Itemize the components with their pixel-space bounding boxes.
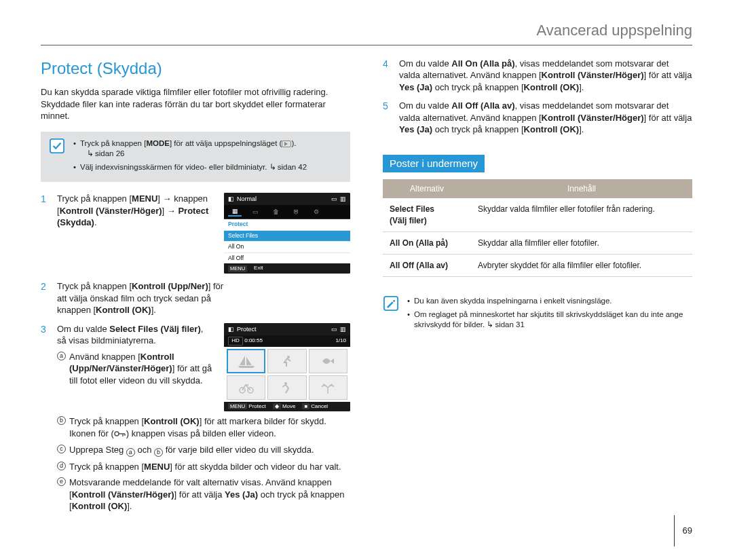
svg-point-4 (284, 382, 287, 385)
step-3-text: Om du valde Select Files (Välj filer), s… (57, 323, 213, 391)
tab-display-icon: ▭ (248, 207, 262, 217)
steps-list: Tryck på knappen [MENU] → knappen [Kontr… (41, 193, 350, 512)
screen-foot: MENU Protect ◆ Move ■ Cancel (224, 402, 350, 412)
pencil-note-icon (383, 296, 399, 311)
page-number: 69 (674, 515, 692, 546)
note-item: Välj indexvisningsskärmen för video- ell… (73, 162, 307, 173)
tab-protect-icon: ⛨ (289, 207, 303, 217)
thumb (267, 375, 306, 400)
screen-topbar: ◧ Protect ▭ ▥ (224, 323, 350, 335)
sd-icon: ◧ (228, 195, 234, 203)
screen-menu-item: All On (224, 241, 350, 252)
inline-marker-b: b (154, 448, 163, 457)
card-icon: ▭ (331, 325, 337, 333)
right-column: Om du valde All On (Alla på), visas medd… (383, 58, 692, 492)
playback-icon (282, 141, 291, 147)
card-icon: ▭ (331, 195, 337, 203)
note-text: Tryck på knappen [MODE] för att välja up… (80, 139, 296, 147)
fish-icon (321, 354, 335, 368)
thumb (267, 349, 306, 373)
screen-foot: MENU Exit (224, 263, 350, 274)
note-box-2: Du kan även skydda inspelningarna i enke… (383, 289, 692, 340)
marker-c: c (57, 445, 66, 453)
table-cell-desc: Avbryter skyddet för alla filmfiler elle… (471, 254, 692, 276)
tab-video-icon: ▦ (228, 207, 242, 217)
battery-icon: ▥ (340, 195, 346, 203)
step-5-text: Om du valde All Off (Alla av), visas med… (399, 100, 692, 136)
table-cell-option: Select Files (Välj filer) (383, 198, 471, 231)
step-4: Om du valde All On (Alla på), visas medd… (383, 58, 692, 94)
table-row: Select Files (Välj filer) Skyddar valda … (383, 198, 692, 231)
table-cell-option: All On (Alla på) (383, 231, 471, 254)
note-box: Tryck på knappen [MODE] för att välja up… (41, 132, 350, 183)
substep-c: c Upprepa Steg a och b för varje bild el… (57, 444, 350, 457)
thumb (309, 375, 347, 400)
substep-b: b Tryck på knappen [Kontroll (OK)] för a… (57, 415, 350, 439)
screen-foot-label: Exit (254, 265, 263, 272)
battery-icon: ▥ (340, 325, 346, 333)
screen-menu: Protect Select Files All On All Off (224, 219, 350, 263)
note-ref: sidan 42 (269, 163, 307, 171)
camera-screen-thumbnails: ◧ Protect ▭ ▥ HD 0:00:55 1/10 (224, 323, 350, 412)
two-column-layout: Protect (Skydda) Du kan skydda sparade v… (41, 58, 692, 492)
camera-screen-menu: ◧ Normal ▭ ▥ ▦ ▭ 🗑 ⛨ ⚙ Prot (224, 193, 350, 274)
table-cell-option: All Off (Alla av) (383, 254, 471, 276)
screen-menu-item: Select Files (224, 230, 350, 241)
step-3-lead: Om du valde Select Files (Välj filer), s… (57, 323, 213, 347)
palm-icon (320, 381, 335, 394)
intro-paragraph: Du kan skydda sparade viktiga filmfiler … (41, 86, 350, 122)
table-row: All On (Alla på) Skyddar alla filmfiler … (383, 231, 692, 254)
step-2: Tryck på knappen [Kontroll (Upp/Ner)] fö… (41, 280, 350, 316)
inline-marker-a: a (126, 448, 135, 457)
section-title: Protect (Skydda) (41, 58, 350, 79)
marker-b: b (57, 416, 66, 425)
screen-thumbs (224, 347, 350, 402)
note-list: Tryck på knappen [MODE] för att välja up… (73, 138, 307, 176)
runner2-icon (280, 381, 294, 394)
screen-tabs: ▦ ▭ 🗑 ⛨ ⚙ (224, 205, 350, 219)
submenu-heading: Poster i undermeny (383, 155, 485, 172)
sailboat-icon (237, 354, 256, 368)
tab-settings-icon: ⚙ (309, 207, 323, 217)
table-head-option: Alternativ (383, 179, 471, 198)
step-3: Om du valde Select Files (Välj filer), s… (41, 323, 350, 512)
sub-steps: a Använd knappen [Kontroll (Upp/Ner/Väns… (57, 351, 213, 387)
note2-list: Du kan även skydda inspelningarna i enke… (407, 296, 692, 333)
screen-menu-head: Protect (224, 219, 350, 229)
header-rule (41, 45, 692, 45)
tab-trash-icon: 🗑 (269, 207, 282, 217)
step-4-text: Om du valde All On (Alla på), visas medd… (399, 58, 692, 94)
marker-d: d (57, 462, 66, 470)
substep-a: a Använd knappen [Kontroll (Upp/Ner/Väns… (57, 351, 213, 387)
step-5: Om du valde All Off (Alla av), visas med… (383, 100, 692, 136)
table-cell-desc: Skyddar alla filmfiler eller fotofiler. (471, 231, 692, 254)
page-header-title: Avancerad uppspelning (41, 20, 692, 41)
step-1: Tryck på knappen [MENU] → knappen [Kontr… (41, 193, 350, 274)
sub-steps-cont: b Tryck på knappen [Kontroll (OK)] för a… (57, 415, 350, 512)
note-ref: sidan 26 (80, 149, 307, 160)
substep-d: d Tryck på knappen [MENU] för att skydda… (57, 461, 350, 473)
key-lock-icon (114, 429, 126, 437)
table-row: All Off (Alla av) Avbryter skyddet för a… (383, 254, 692, 276)
page: Avancerad uppspelning Protect (Skydda) D… (0, 0, 733, 560)
thumb-selected (227, 349, 265, 373)
step-2-text: Tryck på knappen [Kontroll (Upp/Ner)] fö… (57, 280, 230, 316)
note2-ref: sidan 31 (487, 320, 524, 329)
marker-e: e (57, 477, 66, 486)
note-item: Tryck på knappen [MODE] för att välja up… (73, 138, 307, 160)
screen-menu-item: All Off (224, 253, 350, 263)
screen-infobar: HD 0:00:55 1/10 (224, 335, 350, 347)
note2-item: Om reglaget på minneskortet har skjutits… (407, 310, 692, 331)
note-text: Välj indexvisningsskärmen för video- ell… (80, 163, 267, 171)
marker-a: a (57, 352, 66, 360)
table-head-row: Alternativ Innehåll (383, 179, 692, 198)
note2-item: Du kan även skydda inspelningarna i enke… (407, 296, 692, 307)
left-column: Protect (Skydda) Du kan skydda sparade v… (41, 58, 350, 492)
runner-icon (280, 354, 294, 368)
steps-list-right: Om du valde All On (Alla på), visas medd… (383, 58, 692, 136)
step-1-text: Tryck på knappen [MENU] → knappen [Kontr… (57, 193, 213, 229)
screen-foot-btn: MENU (228, 265, 247, 272)
table-cell-desc: Skyddar valda filmfiler eller fotofiler … (471, 198, 692, 231)
thumb (227, 375, 265, 400)
cyclist-icon (238, 381, 255, 394)
